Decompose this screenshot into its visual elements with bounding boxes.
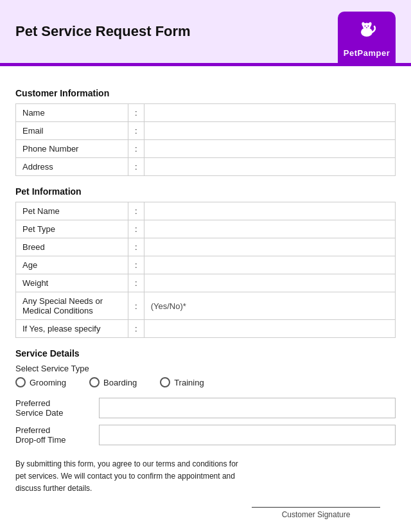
colon: : — [128, 292, 144, 320]
preferred-date-input[interactable] — [99, 398, 396, 418]
field-value[interactable] — [144, 104, 395, 122]
radio-boarding[interactable]: Boarding — [89, 377, 137, 387]
customer-info-table: Name : Email : Phone Number : Address : — [15, 103, 396, 176]
select-service-label: Select Service Type — [15, 364, 396, 373]
field-value[interactable] — [144, 274, 395, 292]
page-title: Pet Service Request Form — [15, 23, 191, 51]
field-value[interactable] — [144, 158, 395, 176]
field-label: Name — [16, 104, 128, 122]
svg-point-5 — [368, 26, 369, 27]
preferred-time-input[interactable] — [99, 425, 396, 445]
radio-grooming[interactable]: Grooming — [15, 377, 66, 387]
agreement-text: By submitting this form, you agree to ou… — [15, 458, 247, 495]
field-label: Breed — [16, 238, 128, 256]
logo-label: PetPamper — [344, 48, 390, 58]
colon: : — [128, 140, 144, 158]
table-row: If Yes, please specify : — [16, 320, 396, 338]
customer-info-title: Customer Information — [15, 88, 396, 98]
field-value[interactable] — [144, 320, 395, 338]
table-row: Name : — [16, 104, 396, 122]
page: Pet Service Request Form — [0, 0, 411, 532]
signature-label: Customer Signature — [252, 510, 380, 519]
table-row: Phone Number : — [16, 140, 396, 158]
field-value[interactable] — [144, 238, 395, 256]
colon: : — [128, 220, 144, 238]
table-row: Pet Name : — [16, 202, 396, 220]
colon: : — [128, 320, 144, 338]
radio-label-grooming: Grooming — [30, 378, 66, 387]
field-label: Address — [16, 158, 128, 176]
field-label: Pet Name — [16, 202, 128, 220]
table-row: Address : — [16, 158, 396, 176]
radio-label-boarding: Boarding — [103, 378, 137, 387]
service-section: Service Details Select Service Type Groo… — [15, 348, 396, 445]
svg-point-4 — [365, 26, 366, 27]
table-row: Pet Type : — [16, 220, 396, 238]
table-row: Any Special Needs or Medical Conditions … — [16, 292, 396, 320]
field-value[interactable] — [144, 256, 395, 274]
preferred-time-row: PreferredDrop-off Time — [15, 425, 396, 445]
preferred-date-row: PreferredService Date — [15, 398, 396, 418]
preferred-time-label: PreferredDrop-off Time — [15, 425, 99, 445]
field-label: Any Special Needs or Medical Conditions — [16, 292, 128, 320]
colon: : — [128, 202, 144, 220]
field-value[interactable] — [144, 122, 395, 140]
field-value[interactable]: (Yes/No)* — [144, 292, 395, 320]
service-type-radio-group: Grooming Boarding Training — [15, 377, 396, 387]
preferred-date-label: PreferredService Date — [15, 398, 99, 418]
signature-area: Customer Signature — [15, 507, 396, 519]
colon: : — [128, 274, 144, 292]
table-row: Breed : — [16, 238, 396, 256]
radio-label-training: Training — [174, 378, 204, 387]
table-row: Weight : — [16, 274, 396, 292]
field-label: If Yes, please specify — [16, 320, 128, 338]
field-value[interactable] — [144, 220, 395, 238]
service-details-title: Service Details — [15, 348, 396, 359]
field-label: Weight — [16, 274, 128, 292]
field-label: Age — [16, 256, 128, 274]
radio-training[interactable]: Training — [160, 377, 204, 387]
header: Pet Service Request Form — [0, 0, 411, 66]
radio-circle-boarding — [89, 377, 100, 387]
field-label: Phone Number — [16, 140, 128, 158]
radio-circle-training — [160, 377, 170, 387]
colon: : — [128, 238, 144, 256]
colon: : — [128, 256, 144, 274]
content: Customer Information Name : Email : Phon… — [0, 66, 411, 532]
pet-info-table: Pet Name : Pet Type : Breed : Age : Weig… — [15, 202, 396, 338]
pet-info-title: Pet Information — [15, 186, 396, 197]
radio-circle-grooming — [15, 377, 26, 387]
field-value[interactable] — [144, 140, 395, 158]
colon: : — [128, 104, 144, 122]
field-value[interactable] — [144, 202, 395, 220]
colon: : — [128, 158, 144, 176]
svg-point-6 — [366, 27, 367, 28]
table-row: Age : — [16, 256, 396, 274]
field-label: Email — [16, 122, 128, 140]
logo-box: PetPamper — [338, 12, 396, 63]
table-row: Email : — [16, 122, 396, 140]
logo-icon — [355, 18, 378, 46]
field-label: Pet Type — [16, 220, 128, 238]
colon: : — [128, 122, 144, 140]
signature-line — [252, 507, 380, 508]
